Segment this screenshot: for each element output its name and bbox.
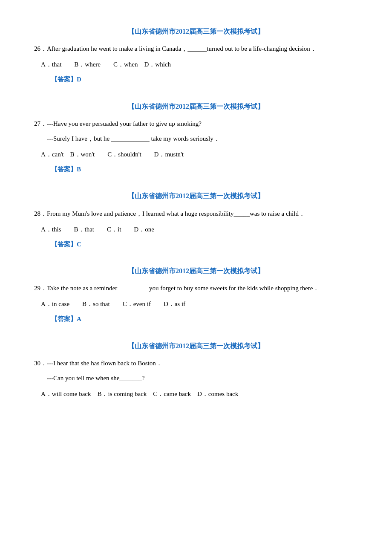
exam-title-26: 【山东省德州市2012届高三第一次模拟考试】 [34, 26, 358, 37]
question-27: 【山东省德州市2012届高三第一次模拟考试】 27．---Have you ev… [34, 101, 358, 175]
options-28: A．this B．that C．it D．one [41, 223, 358, 236]
exam-title-27: 【山东省德州市2012届高三第一次模拟考试】 [34, 101, 358, 112]
question-26: 【山东省德州市2012届高三第一次模拟考试】 26．After graduati… [34, 26, 358, 85]
exam-title-30: 【山东省德州市2012届高三第一次模拟考试】 [34, 340, 358, 352]
options-26: A．that B．where C．when D．which [41, 58, 358, 71]
question-30: 【山东省德州市2012届高三第一次模拟考试】 30．---I hear that… [34, 340, 358, 400]
answer-27: 【答案】B [51, 164, 358, 175]
answer-28: 【答案】C [51, 239, 358, 250]
question-text-27-line1: 27．---Have you ever persuaded your fathe… [34, 118, 358, 130]
options-27: A．can't B．won't C．shouldn't D．mustn't [41, 148, 358, 161]
question-text-26: 26．After graduation he went to make a li… [34, 43, 358, 55]
answer-26: 【答案】D [51, 74, 358, 85]
question-text-27-line2: ---Surely I have，but he ____________ tak… [34, 133, 358, 145]
question-text-30-line1: 30．---I hear that she has flown back to … [34, 358, 358, 369]
options-30: A．will come back B．is coming back C．came… [41, 387, 358, 400]
question-28: 【山东省德州市2012届高三第一次模拟考试】 28．From my Mum's … [34, 190, 358, 250]
exam-title-28: 【山东省德州市2012届高三第一次模拟考试】 [34, 190, 358, 202]
question-text-30-line2: ---Can you tell me when she_______? [34, 373, 358, 384]
question-text-28: 28．From my Mum's love and patience，I lea… [34, 208, 358, 220]
question-text-29: 29．Take the note as a reminder__________… [34, 283, 358, 294]
exam-title-29: 【山东省德州市2012届高三第一次模拟考试】 [34, 265, 358, 277]
answer-29: 【答案】A [51, 314, 358, 325]
question-29: 【山东省德州市2012届高三第一次模拟考试】 29．Take the note … [34, 265, 358, 325]
options-29: A．in case B．so that C．even if D．as if [41, 298, 358, 310]
